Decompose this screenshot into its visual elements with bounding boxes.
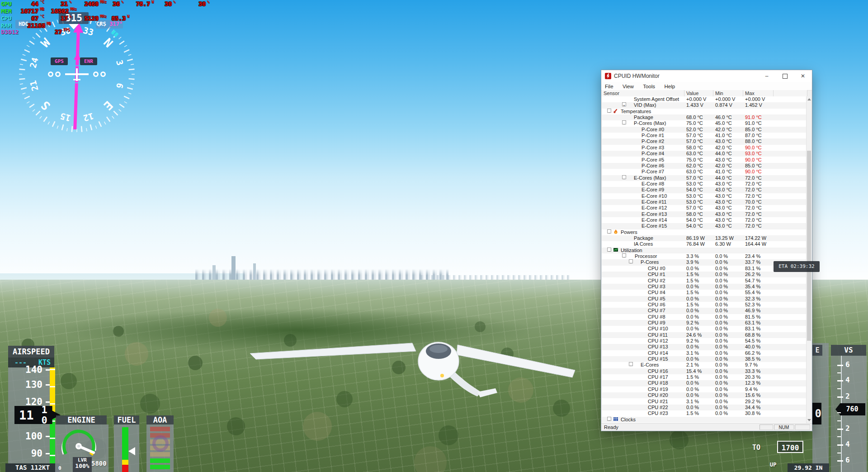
sensor-row[interactable]: CPU #41.5 %0.0 %55.4 % <box>602 290 807 296</box>
sensor-row[interactable]: CPU #61.5 %0.0 %52.3 % <box>602 302 807 308</box>
speed-scale-tick <box>46 384 50 386</box>
sensor-row[interactable]: -Temperatures <box>602 109 807 114</box>
sensor-value: 1.5 % <box>686 302 699 308</box>
sensor-row[interactable]: CPU #99.2 %0.0 %63.1 % <box>602 320 807 326</box>
expand-toggle[interactable]: - <box>607 248 611 252</box>
sensor-row[interactable]: -Clocks <box>602 417 807 423</box>
sensor-min: 43.0 °C <box>715 199 732 205</box>
sensor-row[interactable]: CPU #1615.4 %0.0 %33.3 % <box>602 368 807 374</box>
vertical-scrollbar[interactable] <box>806 96 811 423</box>
expand-toggle[interactable]: - <box>607 417 611 421</box>
sensor-value: 57.0 °C <box>686 133 703 139</box>
sensor-row[interactable]: CPU #130.0 %0.0 %40.0 % <box>602 344 807 350</box>
sensor-row[interactable]: CPU #171.5 %0.0 %20.3 % <box>602 374 807 380</box>
sensor-row[interactable]: P-Core #358.0 °C42.0 °C90.0 °C <box>602 145 807 151</box>
menu-file[interactable]: File <box>601 82 617 91</box>
sensor-row[interactable]: P-Core #463.0 °C44.0 °C93.0 °C <box>602 151 807 157</box>
window-titlebar[interactable]: CPUID HWMonitor – ✕ <box>601 70 812 82</box>
expand-toggle[interactable]: - <box>629 259 633 263</box>
sensor-row[interactable]: CPU #231.5 %0.0 %30.8 % <box>602 410 807 416</box>
expand-toggle[interactable]: - <box>622 253 626 257</box>
sensor-row[interactable]: P-Core #763.0 °C41.0 °C90.0 °C <box>602 169 807 175</box>
sensor-min: 43.0 °C <box>715 217 732 224</box>
menu-bar: File View Tools Help <box>601 82 812 91</box>
sensor-row[interactable]: CPU #50.0 %0.0 %32.3 % <box>602 296 807 302</box>
sensor-row[interactable]: CPU #11.5 %0.0 %26.2 % <box>602 272 807 277</box>
sensor-row[interactable]: E-Core #853.0 °C43.0 °C72.0 °C <box>602 181 807 187</box>
expand-toggle[interactable]: - <box>629 362 633 366</box>
sensor-max: 72.0 °C <box>745 223 762 229</box>
sensor-row[interactable]: IA Cores76.84 W6.30 W164.44 W <box>602 241 807 247</box>
scroll-up-arrow[interactable] <box>807 98 811 100</box>
sensor-name: CPU #16 <box>648 368 668 375</box>
close-button[interactable]: ✕ <box>794 70 812 82</box>
col-value[interactable]: Value <box>684 90 713 96</box>
sensor-name: P-Core #7 <box>642 169 664 175</box>
sensor-row[interactable]: P-Core #575.0 °C43.0 °C90.0 °C <box>602 157 807 163</box>
sensor-row[interactable]: E-Core #1554.0 °C43.0 °C72.0 °C <box>602 223 807 229</box>
svg-text:6: 6 <box>114 82 125 90</box>
sensor-row[interactable]: P-Core #157.0 °C41.0 °C87.0 °C <box>602 133 807 138</box>
sensor-row[interactable]: CPU #100.0 %0.0 %83.1 % <box>602 326 807 332</box>
sensor-row[interactable]: E-Core #954.0 °C43.0 °C72.0 °C <box>602 187 807 193</box>
sensor-row[interactable]: CPU #21.5 %0.0 %54.7 % <box>602 278 807 284</box>
vs-major-tick <box>837 444 843 446</box>
sensor-row[interactable]: -E-Cores2.1 %0.0 %9.7 % <box>602 362 807 368</box>
sensor-row[interactable]: E-Core #1454.0 °C43.0 °C72.0 °C <box>602 217 807 223</box>
speed-scale-tick <box>46 436 50 437</box>
sensor-max: 34.4 % <box>745 405 760 411</box>
col-sensor[interactable]: Sensor <box>602 90 684 96</box>
sensor-row[interactable]: CPU #150.0 %0.0 %38.5 % <box>602 356 807 362</box>
expand-toggle[interactable]: - <box>607 109 611 113</box>
sensor-row[interactable]: -P-Cores (Max)75.0 °C45.0 °C91.0 °C <box>602 120 807 126</box>
sensor-row[interactable]: P-Core #052.0 °C42.0 °C85.0 °C <box>602 127 807 133</box>
maximize-button[interactable] <box>776 70 794 82</box>
expand-toggle[interactable]: - <box>622 120 626 124</box>
sensor-row[interactable]: CPU #1124.6 %0.0 %68.8 % <box>602 332 807 338</box>
menu-help[interactable]: Help <box>660 82 679 91</box>
sensor-row[interactable]: P-Core #662.0 °C42.0 °C85.0 °C <box>602 163 807 169</box>
sensor-row[interactable]: CPU #213.1 %0.0 %29.2 % <box>602 399 807 405</box>
sensor-row[interactable]: CPU #70.0 %0.0 %46.9 % <box>602 308 807 314</box>
sensor-row[interactable]: Package86.19 W13.25 W174.22 W <box>602 235 807 241</box>
sensor-value: +0.000 V <box>686 96 706 103</box>
sensor-row[interactable]: System Agent Offset+0.000 V+0.000 V+0.00… <box>602 96 807 102</box>
sensor-row[interactable]: E-Core #1257.0 °C43.0 °C72.0 °C <box>602 205 807 211</box>
col-max[interactable]: Max <box>743 90 774 96</box>
scroll-down-arrow[interactable] <box>807 419 811 421</box>
sensor-max: 30.8 % <box>745 410 760 417</box>
sensor-row[interactable]: -Processor3.3 %0.0 %23.4 % <box>602 253 807 259</box>
sensor-row[interactable]: CPU #80.0 %0.0 %81.5 % <box>602 314 807 320</box>
minimize-button[interactable]: – <box>758 70 776 82</box>
sensor-row[interactable]: E-Core #1053.0 °C43.0 °C72.0 °C <box>602 193 807 199</box>
sensor-row[interactable]: CPU #129.2 %0.0 %54.5 % <box>602 338 807 344</box>
sensor-row[interactable]: E-Core #1358.0 °C43.0 °C72.0 °C <box>602 211 807 217</box>
sensor-row[interactable]: CPU #180.0 %0.0 %12.3 % <box>602 380 807 386</box>
scrollbar-thumb[interactable] <box>807 151 811 341</box>
sensor-name: CPU #7 <box>648 308 665 314</box>
sensor-row[interactable]: Package68.0 °C46.0 °C91.0 °C <box>602 114 807 120</box>
expand-toggle[interactable]: + <box>622 102 626 106</box>
expand-toggle[interactable]: - <box>622 175 626 179</box>
col-min[interactable]: Min <box>713 90 743 96</box>
sensor-row[interactable]: -Powers <box>602 229 807 235</box>
sensor-row[interactable]: -E-Cores (Max)57.0 °C44.0 °C72.0 °C <box>602 175 807 181</box>
sensor-value: 75.0 °C <box>686 157 703 163</box>
sensor-row[interactable]: CPU #30.0 %0.0 %35.4 % <box>602 284 807 290</box>
sensor-row[interactable]: E-Core #1153.0 °C43.0 °C70.0 °C <box>602 199 807 205</box>
sensor-max: 81.5 % <box>745 314 760 320</box>
sensor-row[interactable]: CPU #200.0 %0.0 %15.6 % <box>602 392 807 398</box>
rpm-min-label: 0 <box>58 465 61 471</box>
sensor-row[interactable]: CPU #190.0 %0.0 %9.4 % <box>602 386 807 392</box>
sensor-row[interactable]: P-Core #257.0 °C43.0 °C88.0 °C <box>602 138 807 144</box>
menu-tools[interactable]: Tools <box>639 82 659 91</box>
vs-scale-number: 4 <box>845 377 856 384</box>
sensor-value: 0.0 % <box>686 392 699 399</box>
sensor-row[interactable]: -Utilization <box>602 248 807 253</box>
aoa-title: AOA <box>146 415 174 424</box>
sensor-row[interactable]: CPU #220.0 %0.0 %34.4 % <box>602 405 807 410</box>
sensor-row[interactable]: +VID (Max)1.433 V0.874 V1.452 V <box>602 102 807 108</box>
expand-toggle[interactable]: - <box>607 229 611 234</box>
sensor-row[interactable]: CPU #143.1 %0.0 %66.2 % <box>602 350 807 356</box>
menu-view[interactable]: View <box>619 82 637 91</box>
